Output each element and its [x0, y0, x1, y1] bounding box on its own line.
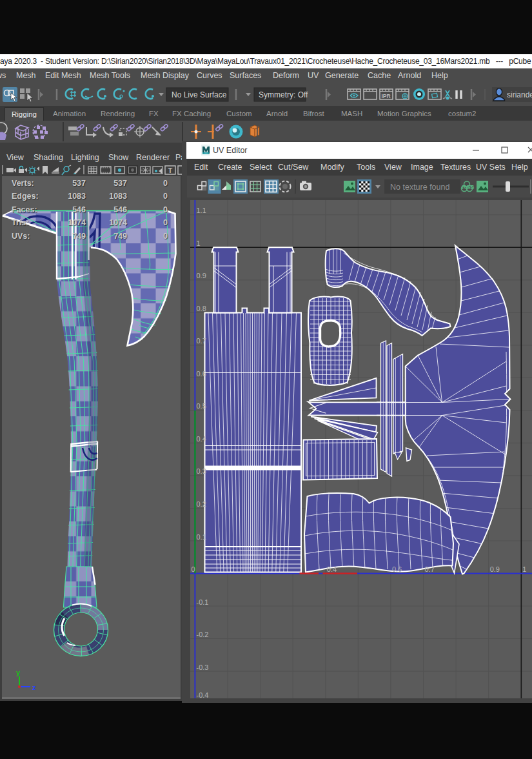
svg-text:0.3: 0.3 — [197, 467, 206, 475]
svg-text:0: 0 — [192, 565, 195, 573]
svg-text:0.6: 0.6 — [197, 370, 206, 378]
svg-text:Symmetry: Off: Symmetry: Off — [259, 90, 308, 99]
svg-text:0.9: 0.9 — [197, 272, 206, 279]
svg-text:0.2: 0.2 — [197, 500, 206, 508]
svg-text:UV Editor: UV Editor — [213, 146, 248, 155]
svg-text:-0.1: -0.1 — [197, 598, 209, 606]
svg-text:siriande: siriande — [507, 90, 532, 99]
svg-text:0.4: 0.4 — [197, 435, 206, 443]
svg-text:0.7: 0.7 — [197, 337, 206, 345]
svg-text:y: y — [16, 669, 21, 676]
svg-text:No Live Surface: No Live Surface — [172, 90, 227, 99]
svg-text:z: z — [32, 683, 36, 691]
svg-text:-0.3: -0.3 — [197, 663, 209, 671]
svg-text:0.7: 0.7 — [425, 565, 435, 573]
svg-text:-0.2: -0.2 — [197, 631, 209, 638]
svg-text:RGB: RGB — [462, 184, 475, 190]
svg-text:IPR: IPR — [382, 93, 391, 99]
svg-text:T: T — [168, 167, 173, 174]
svg-text:1.1: 1.1 — [197, 207, 206, 214]
svg-text:0.9: 0.9 — [490, 565, 500, 573]
svg-text:0.4: 0.4 — [327, 565, 337, 573]
svg-text:0.1: 0.1 — [197, 533, 206, 541]
svg-text:0.8: 0.8 — [197, 305, 206, 312]
svg-text:0.6: 0.6 — [392, 565, 402, 573]
svg-text:1: 1 — [197, 239, 201, 247]
svg-text:-0.4: -0.4 — [197, 691, 209, 698]
svg-text:1: 1 — [522, 565, 526, 573]
svg-text:0.5: 0.5 — [197, 402, 206, 410]
svg-text:No texture found: No texture found — [390, 183, 449, 192]
